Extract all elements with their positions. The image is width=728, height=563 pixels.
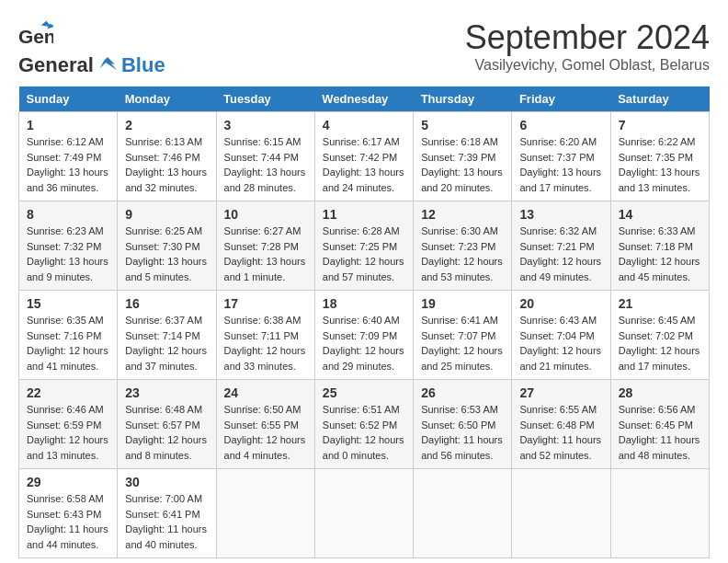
day-number: 17 [224, 296, 307, 311]
calendar-week-row: 22Sunrise: 6:46 AMSunset: 6:59 PMDayligh… [19, 380, 710, 469]
calendar-cell: 25Sunrise: 6:51 AMSunset: 6:52 PMDayligh… [314, 380, 413, 469]
page-header: General General Blue September 2024 Vasi… [18, 18, 710, 77]
day-number: 16 [125, 296, 208, 311]
day-number: 25 [323, 385, 405, 400]
day-number: 2 [125, 118, 208, 132]
calendar-cell: 22Sunrise: 6:46 AMSunset: 6:59 PMDayligh… [19, 380, 118, 469]
logo-bird-icon [95, 55, 120, 75]
day-info: Sunrise: 6:23 AMSunset: 7:32 PMDaylight:… [27, 224, 109, 284]
calendar-day-header: Sunday [19, 86, 118, 112]
day-info: Sunrise: 6:38 AMSunset: 7:11 PMDaylight:… [224, 313, 307, 373]
day-number: 30 [125, 475, 208, 489]
day-info: Sunrise: 6:40 AMSunset: 7:09 PMDaylight:… [323, 313, 405, 373]
day-info: Sunrise: 6:28 AMSunset: 7:25 PMDaylight:… [323, 224, 405, 284]
day-info: Sunrise: 6:43 AMSunset: 7:04 PMDaylight:… [519, 313, 602, 373]
calendar-cell: 30Sunrise: 7:00 AMSunset: 6:41 PMDayligh… [118, 469, 216, 558]
calendar-cell [314, 469, 413, 558]
day-info: Sunrise: 6:58 AMSunset: 6:43 PMDaylight:… [27, 491, 109, 552]
day-info: Sunrise: 6:22 AMSunset: 7:35 PMDaylight:… [619, 134, 701, 195]
day-info: Sunrise: 6:18 AMSunset: 7:39 PMDaylight:… [421, 134, 504, 195]
calendar-cell: 14Sunrise: 6:33 AMSunset: 7:18 PMDayligh… [610, 201, 709, 291]
day-info: Sunrise: 6:27 AMSunset: 7:28 PMDaylight:… [224, 224, 307, 284]
calendar-day-header: Wednesday [314, 86, 413, 112]
calendar-cell: 15Sunrise: 6:35 AMSunset: 7:16 PMDayligh… [19, 291, 118, 380]
calendar-cell: 13Sunrise: 6:32 AMSunset: 7:21 PMDayligh… [512, 201, 610, 291]
calendar-cell: 11Sunrise: 6:28 AMSunset: 7:25 PMDayligh… [314, 201, 413, 291]
day-number: 4 [323, 118, 405, 132]
calendar-day-header: Thursday [414, 86, 512, 112]
calendar-day-header: Friday [512, 86, 610, 112]
calendar-week-row: 29Sunrise: 6:58 AMSunset: 6:43 PMDayligh… [19, 469, 710, 558]
calendar-cell: 24Sunrise: 6:50 AMSunset: 6:55 PMDayligh… [216, 380, 314, 469]
calendar-cell: 6Sunrise: 6:20 AMSunset: 7:37 PMDaylight… [512, 112, 610, 201]
day-number: 21 [619, 296, 701, 311]
calendar-body: 1Sunrise: 6:12 AMSunset: 7:49 PMDaylight… [19, 112, 710, 558]
svg-marker-3 [100, 57, 117, 70]
day-info: Sunrise: 6:46 AMSunset: 6:59 PMDaylight:… [27, 402, 109, 463]
day-number: 22 [27, 385, 109, 400]
calendar-cell: 26Sunrise: 6:53 AMSunset: 6:50 PMDayligh… [414, 380, 512, 469]
day-info: Sunrise: 6:30 AMSunset: 7:23 PMDaylight:… [421, 224, 504, 284]
day-number: 7 [619, 118, 701, 132]
day-number: 18 [323, 296, 405, 311]
day-info: Sunrise: 6:56 AMSunset: 6:45 PMDaylight:… [619, 402, 701, 463]
location-title: Vasilyevichy, Gomel Oblast, Belarus [465, 57, 710, 74]
day-info: Sunrise: 6:20 AMSunset: 7:37 PMDaylight:… [519, 134, 602, 195]
day-number: 20 [519, 296, 602, 311]
day-number: 14 [619, 207, 701, 222]
day-number: 1 [27, 118, 109, 132]
day-info: Sunrise: 6:13 AMSunset: 7:46 PMDaylight:… [125, 134, 208, 195]
calendar-cell: 2Sunrise: 6:13 AMSunset: 7:46 PMDaylight… [118, 112, 216, 201]
day-number: 3 [224, 118, 307, 132]
calendar-cell [414, 469, 512, 558]
calendar-cell: 3Sunrise: 6:15 AMSunset: 7:44 PMDaylight… [216, 112, 314, 201]
day-info: Sunrise: 6:15 AMSunset: 7:44 PMDaylight:… [224, 134, 307, 195]
calendar-week-row: 1Sunrise: 6:12 AMSunset: 7:49 PMDaylight… [19, 112, 710, 201]
calendar-cell: 29Sunrise: 6:58 AMSunset: 6:43 PMDayligh… [19, 469, 118, 558]
day-info: Sunrise: 6:37 AMSunset: 7:14 PMDaylight:… [125, 313, 208, 373]
day-info: Sunrise: 6:48 AMSunset: 6:57 PMDaylight:… [125, 402, 208, 463]
day-number: 11 [323, 207, 405, 222]
day-info: Sunrise: 6:17 AMSunset: 7:42 PMDaylight:… [323, 134, 405, 195]
day-info: Sunrise: 6:35 AMSunset: 7:16 PMDaylight:… [27, 313, 109, 373]
calendar-header-row: SundayMondayTuesdayWednesdayThursdayFrid… [19, 86, 710, 112]
day-number: 10 [224, 207, 307, 222]
calendar-table: SundayMondayTuesdayWednesdayThursdayFrid… [18, 86, 710, 558]
calendar-cell: 16Sunrise: 6:37 AMSunset: 7:14 PMDayligh… [118, 291, 216, 380]
calendar-day-header: Monday [118, 86, 216, 112]
day-number: 13 [519, 207, 602, 222]
day-number: 19 [421, 296, 504, 311]
day-info: Sunrise: 6:41 AMSunset: 7:07 PMDaylight:… [421, 313, 504, 373]
day-info: Sunrise: 6:50 AMSunset: 6:55 PMDaylight:… [224, 402, 307, 463]
day-number: 29 [27, 475, 109, 489]
logo: General General Blue [18, 18, 165, 77]
calendar-cell: 28Sunrise: 6:56 AMSunset: 6:45 PMDayligh… [610, 380, 709, 469]
calendar-cell [610, 469, 709, 558]
day-number: 9 [125, 207, 208, 222]
calendar-cell: 1Sunrise: 6:12 AMSunset: 7:49 PMDaylight… [19, 112, 118, 201]
calendar-cell: 12Sunrise: 6:30 AMSunset: 7:23 PMDayligh… [414, 201, 512, 291]
day-info: Sunrise: 6:32 AMSunset: 7:21 PMDaylight:… [519, 224, 602, 284]
calendar-week-row: 15Sunrise: 6:35 AMSunset: 7:16 PMDayligh… [19, 291, 710, 380]
day-info: Sunrise: 6:45 AMSunset: 7:02 PMDaylight:… [619, 313, 701, 373]
title-block: September 2024 Vasilyevichy, Gomel Oblas… [465, 18, 710, 74]
day-number: 15 [27, 296, 109, 311]
calendar-week-row: 8Sunrise: 6:23 AMSunset: 7:32 PMDaylight… [19, 201, 710, 291]
day-number: 12 [421, 207, 504, 222]
calendar-cell: 19Sunrise: 6:41 AMSunset: 7:07 PMDayligh… [414, 291, 512, 380]
calendar-cell: 18Sunrise: 6:40 AMSunset: 7:09 PMDayligh… [314, 291, 413, 380]
logo-blue-text: Blue [121, 53, 165, 77]
day-info: Sunrise: 6:53 AMSunset: 6:50 PMDaylight:… [421, 402, 504, 463]
calendar-cell: 20Sunrise: 6:43 AMSunset: 7:04 PMDayligh… [512, 291, 610, 380]
calendar-cell: 4Sunrise: 6:17 AMSunset: 7:42 PMDaylight… [314, 112, 413, 201]
day-number: 28 [619, 385, 701, 400]
day-info: Sunrise: 7:00 AMSunset: 6:41 PMDaylight:… [125, 491, 208, 552]
day-info: Sunrise: 6:33 AMSunset: 7:18 PMDaylight:… [619, 224, 701, 284]
calendar-cell: 7Sunrise: 6:22 AMSunset: 7:35 PMDaylight… [610, 112, 709, 201]
month-title: September 2024 [465, 18, 710, 57]
logo-general-text: General [18, 53, 94, 77]
day-number: 5 [421, 118, 504, 132]
calendar-cell: 9Sunrise: 6:25 AMSunset: 7:30 PMDaylight… [118, 201, 216, 291]
day-number: 8 [27, 207, 109, 222]
calendar-cell: 27Sunrise: 6:55 AMSunset: 6:48 PMDayligh… [512, 380, 610, 469]
